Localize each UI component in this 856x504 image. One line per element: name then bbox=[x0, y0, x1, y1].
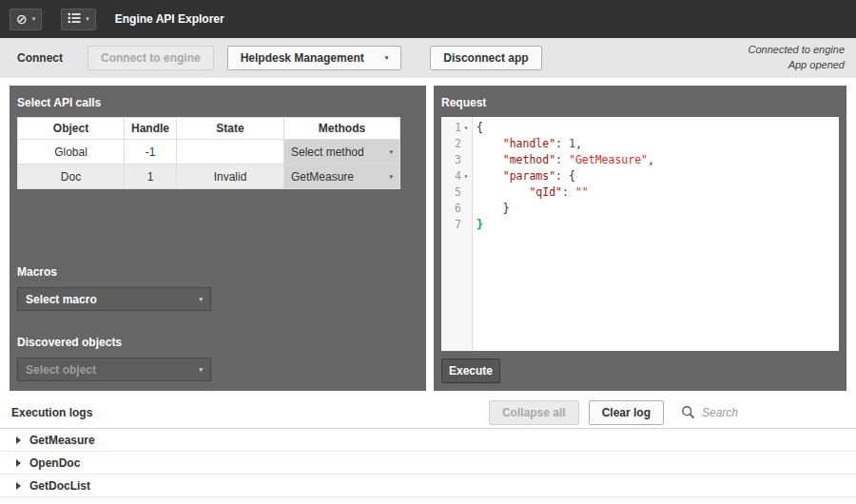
log-entry-label: OpenDoc bbox=[29, 456, 80, 470]
state-cell: Invalid bbox=[177, 165, 284, 189]
method-select-doc[interactable]: GetMeasure ▾ bbox=[284, 165, 399, 188]
editor-code[interactable]: { "handle": 1, "method": "GetMeasure", "… bbox=[473, 117, 839, 351]
app-selector-dropdown[interactable]: Helpdesk Management ▾ bbox=[227, 46, 402, 70]
connect-toolbar: Connect Connect to engine Helpdesk Manag… bbox=[0, 38, 856, 78]
chevron-down-icon: ▾ bbox=[385, 54, 389, 62]
expand-arrow-icon bbox=[16, 482, 21, 490]
clear-log-button[interactable]: Clear log bbox=[589, 400, 664, 425]
api-calls-table: Object Handle State Methods Global -1 Se… bbox=[17, 117, 400, 189]
expand-arrow-icon bbox=[16, 459, 21, 467]
handle-cell: 1 bbox=[125, 165, 177, 189]
log-entry[interactable]: OpenDoc bbox=[0, 452, 856, 475]
chevron-down-icon: ▾ bbox=[389, 173, 393, 181]
log-entry[interactable]: GetDocList bbox=[0, 475, 856, 497]
handle-cell: -1 bbox=[125, 140, 177, 165]
editor-gutter: 1▾234▾567 bbox=[441, 117, 473, 351]
object-cell: Global bbox=[18, 140, 125, 165]
execution-logs-title: Execution logs bbox=[11, 406, 92, 419]
log-entry-label: GetMeasure bbox=[29, 434, 95, 447]
method-select-label: GetMeasure bbox=[291, 170, 354, 184]
chevron-down-icon: ▾ bbox=[389, 148, 393, 156]
object-select-label: Select object bbox=[26, 363, 96, 377]
disconnect-app-button[interactable]: Disconnect app bbox=[430, 46, 541, 70]
request-title: Request bbox=[441, 96, 839, 109]
page-title: Engine API Explorer bbox=[115, 12, 224, 26]
search-icon bbox=[681, 405, 695, 419]
macro-select-dropdown[interactable]: Select macro ▾ bbox=[17, 287, 211, 311]
execution-logs-section: Execution logs Collapse all Clear log Ge… bbox=[0, 397, 856, 497]
logs-actions: Collapse all Clear log bbox=[489, 400, 845, 425]
connect-to-engine-button[interactable]: Connect to engine bbox=[88, 46, 214, 70]
expand-arrow-icon bbox=[16, 436, 21, 444]
chevron-down-icon: ▾ bbox=[199, 366, 203, 374]
log-entry-label: GetDocList bbox=[29, 479, 90, 493]
collapse-all-button[interactable]: Collapse all bbox=[489, 400, 579, 425]
request-editor[interactable]: 1▾234▾567 { "handle": 1, "method": "GetM… bbox=[441, 117, 839, 351]
status-app: App opened bbox=[748, 58, 845, 73]
chevron-down-icon: ▾ bbox=[86, 15, 89, 23]
search-input[interactable] bbox=[702, 406, 845, 419]
list-menu-button[interactable]: ▾ bbox=[61, 9, 96, 30]
execution-logs-header: Execution logs Collapse all Clear log bbox=[0, 397, 856, 429]
topbar: ⊘ ▾ ▾ Engine API Explorer bbox=[0, 0, 856, 38]
method-select-label: Select method bbox=[291, 145, 364, 159]
chevron-down-icon: ▾ bbox=[199, 296, 203, 303]
select-api-calls-title: Select API calls bbox=[17, 96, 418, 109]
column-header-methods: Methods bbox=[284, 118, 400, 140]
discovered-objects-title: Discovered objects bbox=[17, 336, 418, 349]
table-row: Global -1 Select method ▾ bbox=[18, 140, 400, 165]
circle-slash-icon: ⊘ bbox=[16, 12, 28, 26]
search-box bbox=[681, 405, 845, 419]
hub-menu-button[interactable]: ⊘ ▾ bbox=[10, 9, 42, 30]
log-entry[interactable]: GetMeasure bbox=[0, 429, 856, 452]
column-header-object: Object bbox=[18, 118, 125, 140]
request-panel: Request 1▾234▾567 { "handle": 1, "method… bbox=[434, 86, 846, 391]
method-select-global[interactable]: Select method ▾ bbox=[284, 140, 399, 164]
connection-status: Connected to engine App opened bbox=[748, 43, 845, 73]
chevron-down-icon: ▾ bbox=[32, 15, 36, 23]
main-area: Select API calls Object Handle State Met… bbox=[0, 78, 856, 397]
state-cell bbox=[177, 140, 284, 165]
list-icon bbox=[68, 12, 81, 26]
column-header-state: State bbox=[177, 118, 284, 140]
connect-label: Connect bbox=[17, 51, 63, 65]
macro-select-label: Select macro bbox=[26, 293, 97, 306]
app-selector-label: Helpdesk Management bbox=[241, 51, 364, 65]
api-calls-panel: Select API calls Object Handle State Met… bbox=[10, 86, 426, 391]
column-header-handle: Handle bbox=[125, 118, 177, 140]
object-cell: Doc bbox=[18, 165, 125, 189]
object-select-dropdown[interactable]: Select object ▾ bbox=[17, 358, 211, 381]
macros-title: Macros bbox=[17, 265, 418, 279]
table-row: Doc 1 Invalid GetMeasure ▾ bbox=[18, 165, 400, 189]
execute-button[interactable]: Execute bbox=[441, 359, 500, 383]
status-engine: Connected to engine bbox=[748, 43, 845, 58]
table-header-row: Object Handle State Methods bbox=[18, 118, 400, 140]
